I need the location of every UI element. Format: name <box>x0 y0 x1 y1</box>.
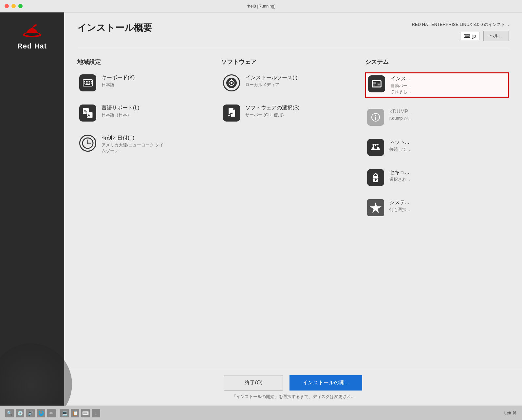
software-title: ソフトウェア <box>221 58 365 66</box>
datetime-sublabel: アメリカ大陸/ニューヨーク タイムゾーン <box>102 142 163 154</box>
keyboard-text: キーボード(K) 日本語 <box>102 74 135 88</box>
datetime-icon-box <box>79 135 96 152</box>
language-label: 言語サポート(L) <box>102 105 140 111</box>
taskbar-right: Left ⌘ <box>504 410 517 415</box>
taskbar-icon-1[interactable]: 🔍 <box>5 409 14 417</box>
network-sublabel: 接続して... <box>389 146 410 152</box>
system-purpose-sublabel: 何も選択... <box>389 207 410 213</box>
svg-rect-11 <box>89 83 90 84</box>
taskbar-icon-10[interactable]: ↓ <box>92 409 100 417</box>
redhat-logo-icon <box>22 22 42 39</box>
minimize-button[interactable] <box>11 4 16 8</box>
regional-section: 地域設定 <box>77 58 221 362</box>
svg-rect-8 <box>84 83 85 84</box>
language-item[interactable]: あ A 言語サポート(L) 日本語（日本） <box>77 103 221 124</box>
taskbar-icon-9[interactable]: ⌨ <box>81 409 90 417</box>
close-button[interactable] <box>5 4 9 8</box>
kdump-sublabel: Kdump か... <box>389 115 412 121</box>
network-label: ネット... <box>389 139 410 146</box>
language-icon-box: あ A <box>79 105 96 122</box>
datetime-item[interactable]: 時刻と日付(T) アメリカ大陸/ニューヨーク タイムゾーン <box>77 133 221 156</box>
taskbar-icon-2[interactable]: 💿 <box>16 409 24 417</box>
taskbar-icon-6[interactable] <box>58 409 58 417</box>
svg-rect-12 <box>91 83 92 84</box>
software-select-item[interactable]: ソフトウェアの選択(S) サーバー (GUI 使用) <box>221 103 365 124</box>
sidebar-decoration <box>0 343 72 406</box>
taskbar-icon-8[interactable]: 📋 <box>71 409 79 417</box>
titlebar: rhel8 [Running] <box>0 0 522 12</box>
sidebar-logo: Red Hat <box>17 22 47 50</box>
svg-point-21 <box>87 143 88 144</box>
language-text: 言語サポート(L) 日本語（日本） <box>102 105 140 118</box>
install-dest-sublabel: 自動パー...されまし... <box>390 83 411 95</box>
security-text: セキュ... 選択され... <box>389 169 410 182</box>
install-dest-label: インス... <box>390 75 411 82</box>
taskbar: 🔍 💿 🔊 🌐 ✏ 💻 📋 ⌨ ↓ Left ⌘ <box>0 406 522 420</box>
security-icon-box <box>367 169 384 186</box>
taskbar-icon-3[interactable]: 🔊 <box>26 409 35 417</box>
svg-rect-3 <box>84 81 85 82</box>
svg-rect-7 <box>91 81 92 82</box>
system-title: システム <box>365 58 509 66</box>
kdump-icon-box <box>367 109 384 126</box>
install-source-item[interactable]: インストールソース(I) ローカルメディア <box>221 72 365 93</box>
keyboard-label: キーボード(K) <box>102 74 135 81</box>
maximize-button[interactable] <box>18 4 23 8</box>
svg-rect-9 <box>86 83 87 84</box>
software-select-label: ソフトウェアの選択(S) <box>245 105 299 111</box>
taskbar-label: Left ⌘ <box>504 410 517 415</box>
security-item[interactable]: セキュ... 選択され... <box>365 167 509 188</box>
kdump-item[interactable]: KDUMP... Kdump か... <box>365 107 509 128</box>
page-title: インストール概要 <box>77 22 412 34</box>
system-purpose-text: システ... 何も選択... <box>389 199 410 213</box>
help-button[interactable]: ヘル... <box>483 31 509 41</box>
titlebar-buttons <box>5 4 23 8</box>
svg-rect-4 <box>86 81 87 82</box>
datetime-text: 時刻と日付(T) アメリカ大陸/ニューヨーク タイムゾーン <box>102 135 163 154</box>
install-source-text: インストールソース(I) ローカルメディア <box>245 74 297 88</box>
window-title: rhel8 [Running] <box>247 4 275 9</box>
content-header: インストール概要 RED HAT ENTERPRISE LINUX 8.0.0 … <box>64 12 522 48</box>
install-destination-item[interactable]: インス... 自動パー...されまし... <box>365 72 509 98</box>
install-source-icon-box <box>223 74 240 91</box>
software-section: ソフトウェア インストールソース(I) ローカルメディア <box>221 58 365 362</box>
install-source-sublabel: ローカルメディア <box>245 82 297 88</box>
svg-point-38 <box>375 144 376 146</box>
sidebar: Red Hat <box>0 12 64 406</box>
keyboard-icon-box <box>79 74 96 91</box>
system-purpose-icon-box <box>367 199 384 216</box>
svg-rect-32 <box>373 85 375 86</box>
taskbar-icon-5[interactable]: ✏ <box>47 409 56 417</box>
taskbar-icon-4[interactable]: 🌐 <box>37 409 45 417</box>
software-select-text: ソフトウェアの選択(S) サーバー (GUI 使用) <box>245 105 299 118</box>
system-section: システム インス... <box>365 58 509 362</box>
svg-point-1 <box>25 33 40 36</box>
network-icon-box <box>367 139 384 156</box>
software-select-sublabel: サーバー (GUI 使用) <box>245 112 299 118</box>
language-sublabel: 日本語（日本） <box>102 112 140 118</box>
taskbar-icon-7[interactable]: 💻 <box>60 409 69 417</box>
main-container: Red Hat インストール概要 RED HAT ENTERPRISE LINU… <box>0 12 522 406</box>
install-button[interactable]: インストールの開... <box>289 375 362 391</box>
language-selector[interactable]: ⌨ jp <box>460 32 479 40</box>
svg-point-35 <box>375 115 376 116</box>
keyboard-sublabel: 日本語 <box>102 82 135 88</box>
security-sublabel: 選択され... <box>389 177 410 182</box>
system-purpose-item[interactable]: システ... 何も選択... <box>365 197 509 218</box>
svg-rect-26 <box>230 112 233 112</box>
svg-point-24 <box>231 82 233 84</box>
quit-button[interactable]: 終了(Q) <box>224 375 283 391</box>
svg-rect-5 <box>87 81 88 82</box>
categories-grid: 地域設定 <box>64 48 522 369</box>
footer-buttons: 終了(Q) インストールの開... <box>77 375 509 391</box>
svg-text:A: A <box>87 113 90 118</box>
svg-rect-31 <box>373 82 376 84</box>
install-dest-icon-box <box>368 75 385 92</box>
system-purpose-label: システ... <box>389 199 410 206</box>
network-item[interactable]: ネット... 接続して... <box>365 137 509 158</box>
install-source-label: インストールソース(I) <box>245 74 297 81</box>
svg-rect-6 <box>89 81 90 82</box>
keyboard-item[interactable]: キーボード(K) 日本語 <box>77 72 221 93</box>
taskbar-icons: 🔍 💿 🔊 🌐 ✏ 💻 📋 ⌨ ↓ <box>5 409 100 417</box>
sidebar-brand-text: Red Hat <box>17 42 47 50</box>
